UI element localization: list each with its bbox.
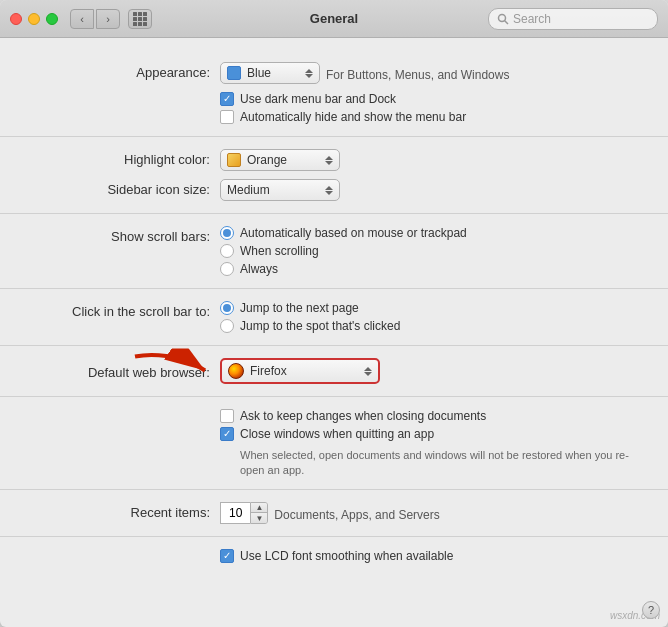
lcd-font-checkbox[interactable] bbox=[220, 549, 234, 563]
firefox-icon bbox=[228, 363, 244, 379]
stepper-buttons: ▲ ▼ bbox=[250, 502, 268, 524]
search-icon bbox=[497, 13, 509, 25]
highlight-color-label: Highlight color: bbox=[0, 149, 220, 167]
highlight-color-dropdown[interactable]: Orange bbox=[220, 149, 340, 171]
appearance-dropdown-value: Blue bbox=[247, 66, 271, 80]
highlight-color-dropdown-arrow bbox=[325, 156, 333, 165]
close-windows-note-wrapper: When selected, open documents and window… bbox=[220, 447, 648, 477]
ask-to-keep-label: Ask to keep changes when closing documen… bbox=[240, 409, 486, 423]
scroll-bars-radio-scrolling: When scrolling bbox=[220, 244, 648, 258]
settings-content: Appearance: Blue For Buttons, Menus, and… bbox=[0, 38, 668, 627]
click-scroll-bar-next-page-label: Jump to the next page bbox=[240, 301, 359, 315]
appearance-content: Blue For Buttons, Menus, and Windows bbox=[220, 62, 648, 84]
search-bar[interactable] bbox=[488, 8, 658, 30]
auto-hide-menu-bar-label: Automatically hide and show the menu bar bbox=[240, 110, 466, 124]
default-browser-dropdown[interactable]: Firefox bbox=[220, 358, 380, 384]
recent-items-stepper[interactable]: 10 ▲ ▼ bbox=[220, 502, 268, 524]
scroll-bars-radio-auto: Automatically based on mouse or trackpad bbox=[220, 226, 648, 240]
stepper-down-button[interactable]: ▼ bbox=[251, 513, 267, 523]
ask-to-keep-checkbox[interactable] bbox=[220, 409, 234, 423]
sidebar-icon-size-dropdown-arrow bbox=[325, 186, 333, 195]
appearance-dropdown-arrow bbox=[305, 69, 313, 78]
dark-menu-bar-spacer bbox=[0, 92, 220, 95]
lcd-font-label: Use LCD font smoothing when available bbox=[240, 549, 453, 563]
recent-items-value: 10 bbox=[220, 502, 250, 524]
nav-buttons: ‹ › bbox=[70, 9, 120, 29]
recent-items-description: Documents, Apps, and Servers bbox=[274, 505, 439, 522]
scroll-bars-scrolling-radio[interactable] bbox=[220, 244, 234, 258]
sidebar-icon-size-dropdown[interactable]: Medium bbox=[220, 179, 340, 201]
separator-6 bbox=[0, 489, 668, 490]
close-windows-label: Close windows when quitting an app bbox=[240, 427, 434, 441]
close-windows-checkbox-row: Close windows when quitting an app bbox=[220, 427, 648, 441]
minimize-button[interactable] bbox=[28, 13, 40, 25]
click-scroll-bar-content: Jump to the next page Jump to the spot t… bbox=[220, 301, 648, 333]
sidebar-icon-size-row: Sidebar icon size: Medium bbox=[0, 175, 668, 205]
highlight-color-content: Orange bbox=[220, 149, 648, 171]
auto-hide-menu-bar-checkbox[interactable] bbox=[220, 110, 234, 124]
scroll-bars-scrolling-label: When scrolling bbox=[240, 244, 319, 258]
sidebar-icon-size-label: Sidebar icon size: bbox=[0, 179, 220, 197]
appearance-label: Appearance: bbox=[0, 62, 220, 80]
sidebar-icon-size-value: Medium bbox=[227, 183, 270, 197]
ask-to-keep-spacer bbox=[0, 409, 220, 412]
default-browser-row: Default web browser: bbox=[0, 354, 668, 388]
close-windows-note: When selected, open documents and window… bbox=[240, 449, 629, 476]
forward-button[interactable]: › bbox=[96, 9, 120, 29]
back-button[interactable]: ‹ bbox=[70, 9, 94, 29]
help-button[interactable]: ? bbox=[642, 601, 660, 619]
grid-button[interactable] bbox=[128, 9, 152, 29]
click-scroll-bar-spot-label: Jump to the spot that's clicked bbox=[240, 319, 400, 333]
ask-to-keep-checkbox-row: Ask to keep changes when closing documen… bbox=[220, 409, 648, 423]
recent-items-inline: 10 ▲ ▼ Documents, Apps, and Servers bbox=[220, 502, 648, 524]
blue-color-swatch bbox=[227, 66, 241, 80]
auto-hide-menu-bar-checkbox-row: Automatically hide and show the menu bar bbox=[220, 110, 648, 124]
scroll-bars-always-label: Always bbox=[240, 262, 278, 276]
ask-to-keep-content: Ask to keep changes when closing documen… bbox=[220, 409, 648, 477]
dark-menu-bar-content: Use dark menu bar and Dock Automatically… bbox=[220, 92, 648, 124]
svg-point-0 bbox=[499, 14, 506, 21]
orange-color-swatch bbox=[227, 153, 241, 167]
maximize-button[interactable] bbox=[46, 13, 58, 25]
dark-menu-bar-checkbox-row: Use dark menu bar and Dock bbox=[220, 92, 648, 106]
click-scroll-bar-label: Click in the scroll bar to: bbox=[0, 301, 220, 319]
click-scroll-bar-spot: Jump to the spot that's clicked bbox=[220, 319, 648, 333]
click-scroll-bar-row: Click in the scroll bar to: Jump to the … bbox=[0, 297, 668, 337]
highlight-color-value: Orange bbox=[247, 153, 287, 167]
titlebar: ‹ › General bbox=[0, 0, 668, 38]
browser-dropdown-inner: Firefox bbox=[228, 363, 287, 379]
close-windows-checkbox[interactable] bbox=[220, 427, 234, 441]
show-scroll-bars-content: Automatically based on mouse or trackpad… bbox=[220, 226, 648, 276]
click-scroll-bar-next-page: Jump to the next page bbox=[220, 301, 648, 315]
scroll-bars-radio-always: Always bbox=[220, 262, 648, 276]
lcd-font-checkbox-row: Use LCD font smoothing when available bbox=[220, 549, 648, 563]
red-arrow bbox=[130, 349, 215, 394]
appearance-dropdown-inner: Blue bbox=[227, 66, 271, 80]
search-input[interactable] bbox=[513, 12, 649, 26]
scroll-bars-auto-radio[interactable] bbox=[220, 226, 234, 240]
recent-items-content: 10 ▲ ▼ Documents, Apps, and Servers bbox=[220, 502, 648, 524]
window: ‹ › General Appearance: bbox=[0, 0, 668, 627]
recent-items-label: Recent items: bbox=[0, 502, 220, 520]
content-wrapper: Appearance: Blue For Buttons, Menus, and… bbox=[0, 38, 668, 627]
scroll-bars-always-radio[interactable] bbox=[220, 262, 234, 276]
separator-5 bbox=[0, 396, 668, 397]
separator-3 bbox=[0, 288, 668, 289]
dark-menu-bar-checkbox[interactable] bbox=[220, 92, 234, 106]
svg-line-1 bbox=[505, 20, 509, 24]
appearance-description: For Buttons, Menus, and Windows bbox=[326, 65, 509, 82]
dark-menu-bar-row: Use dark menu bar and Dock Automatically… bbox=[0, 88, 668, 128]
stepper-up-button[interactable]: ▲ bbox=[251, 503, 267, 513]
sidebar-icon-size-content: Medium bbox=[220, 179, 648, 201]
grid-icon bbox=[133, 12, 147, 26]
appearance-dropdown[interactable]: Blue bbox=[220, 62, 320, 84]
close-button[interactable] bbox=[10, 13, 22, 25]
separator-7 bbox=[0, 536, 668, 537]
recent-items-row: Recent items: 10 ▲ ▼ Documents, Apps, an… bbox=[0, 498, 668, 528]
show-scroll-bars-label: Show scroll bars: bbox=[0, 226, 220, 244]
click-scroll-bar-spot-radio[interactable] bbox=[220, 319, 234, 333]
lcd-font-row: Use LCD font smoothing when available bbox=[0, 545, 668, 573]
click-scroll-bar-next-page-radio[interactable] bbox=[220, 301, 234, 315]
default-browser-value: Firefox bbox=[250, 364, 287, 378]
default-browser-content: Firefox bbox=[220, 358, 648, 384]
